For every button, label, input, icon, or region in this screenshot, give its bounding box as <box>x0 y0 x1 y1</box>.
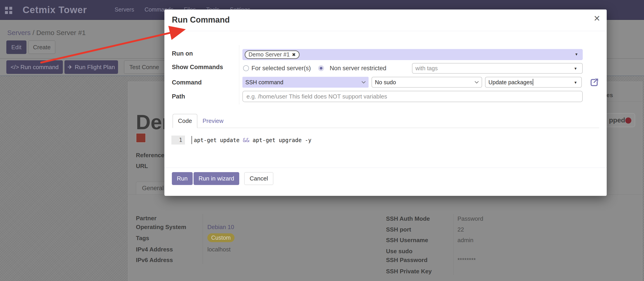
ssh-private-key-label: SSH Private Key <box>386 268 432 275</box>
select-chevron-icon <box>474 81 479 84</box>
open-record-external-link-icon[interactable] <box>590 78 599 87</box>
run-on-field[interactable]: Demo Server #1 ✖ ▼ <box>242 49 583 60</box>
show-commands-label: Show Commands <box>172 64 223 71</box>
code-icon: </> <box>11 64 19 71</box>
ssh-username-label: SSH Username <box>386 237 428 244</box>
status-stopped-dot <box>625 117 631 124</box>
code-operator: && <box>243 137 250 143</box>
ipv4-label: IPv4 Address <box>136 246 173 253</box>
plane-icon: ✈ <box>68 64 72 71</box>
menu-item-servers[interactable]: Servers <box>115 6 134 13</box>
run-command-label: Run command <box>20 64 58 71</box>
radio-for-selected-servers[interactable] <box>243 65 249 71</box>
modal-header-divider <box>164 31 607 31</box>
tags-filter-dropdown[interactable]: with tags ▼ <box>412 63 583 74</box>
use-sudo-label: Use sudo <box>386 248 412 255</box>
screen: Cetmix Tower Servers Commands Files Tool… <box>0 0 644 281</box>
tab-preview[interactable]: Preview <box>198 114 228 128</box>
tabs-underline <box>172 128 599 128</box>
radio-non-server-restricted[interactable] <box>318 65 324 71</box>
path-label: Path <box>172 93 185 100</box>
dropdown-caret-icon: ▼ <box>574 81 577 85</box>
ssh-password-label: SSH Password <box>386 257 428 264</box>
dropdown-caret-icon[interactable]: ▼ <box>574 52 578 56</box>
select-chevron-icon <box>361 81 366 84</box>
command-type-value: SSH command <box>245 79 283 86</box>
run-button[interactable]: Run <box>172 172 193 185</box>
sudo-value: No sudo <box>375 79 396 86</box>
editor-cursor <box>192 136 192 144</box>
server-tag-label: Demo Server #1 <box>248 51 290 58</box>
edit-button[interactable]: Edit <box>6 40 26 54</box>
left-column-divider <box>202 214 203 264</box>
server-tag-pill: Demo Server #1 ✖ <box>245 50 300 59</box>
create-button[interactable]: Create <box>28 40 56 54</box>
run-command-button[interactable]: </> Run command <box>6 60 63 74</box>
dropdown-caret-icon: ▼ <box>574 67 577 71</box>
ssh-password-value: ******** <box>458 257 476 264</box>
close-icon[interactable]: ✕ <box>594 14 600 22</box>
run-flight-plan-button[interactable]: ✈ Run Flight Plan <box>64 60 118 74</box>
app-brand[interactable]: Cetmix Tower <box>22 4 87 15</box>
tab-code[interactable]: Code <box>172 114 198 128</box>
url-label: URL <box>136 163 148 170</box>
status-text-truncated: pped <box>609 116 625 124</box>
ssh-auth-mode-label: SSH Auth Mode <box>386 215 430 222</box>
command-type-select[interactable]: SSH command <box>242 77 368 88</box>
breadcrumb-current: Demo Server #1 <box>36 29 86 36</box>
radio-non-server-restricted-label[interactable]: Non server restricted <box>330 65 386 72</box>
code-line[interactable]: apt-get update && apt-get upgrade -y <box>194 137 311 143</box>
code-text: apt-get update <box>194 137 243 143</box>
run-on-label: Run on <box>172 50 193 57</box>
tag-badge-label: Custom <box>207 233 234 242</box>
run-command-modal: Run Command ✕ Run on Demo Server #1 ✖ ▼ … <box>164 9 607 196</box>
smart-button-truncated[interactable]: es <box>606 92 613 99</box>
ssh-username-value: admin <box>458 237 474 244</box>
ipv6-label: IPv6 Address <box>136 257 173 264</box>
tag-remove-icon[interactable]: ✖ <box>292 52 296 57</box>
tags-filter-placeholder: with tags <box>416 65 438 72</box>
tags-label: Tags <box>136 235 149 242</box>
form-label-divider <box>239 45 239 104</box>
os-label: Operating System <box>136 224 186 231</box>
reference-label: Reference <box>136 152 164 159</box>
cancel-button[interactable]: Cancel <box>244 172 274 185</box>
text-cursor <box>533 79 533 86</box>
os-value-link[interactable]: Debian 10 <box>207 224 234 231</box>
sudo-select[interactable]: No sudo <box>372 77 482 88</box>
run-flight-plan-label: Run Flight Plan <box>75 64 115 71</box>
apps-grid-icon[interactable] <box>5 7 13 14</box>
ssh-port-label: SSH port <box>386 226 411 233</box>
partner-label: Partner <box>136 215 156 222</box>
code-text: apt-get upgrade -y <box>250 137 312 143</box>
run-in-wizard-button[interactable]: Run in wizard <box>194 172 239 185</box>
path-input[interactable] <box>242 91 583 102</box>
radio-for-selected-servers-label[interactable]: For selected server(s) <box>252 65 311 72</box>
breadcrumb: Servers / Demo Server #1 <box>7 29 86 37</box>
color-swatch[interactable] <box>136 133 146 143</box>
ssh-auth-mode-value: Password <box>458 215 483 222</box>
ipv4-value: localhost <box>207 246 231 253</box>
command-combobox[interactable]: Update packages ▼ <box>485 77 582 88</box>
modal-footer-divider <box>164 168 607 168</box>
breadcrumb-separator: / <box>32 29 34 36</box>
command-combobox-value: Update packages <box>488 79 532 86</box>
breadcrumb-servers-link[interactable]: Servers <box>7 29 30 36</box>
tag-badge[interactable]: Custom <box>207 233 234 242</box>
ssh-port-value: 22 <box>458 226 464 233</box>
modal-title: Run Command <box>172 15 230 25</box>
command-label: Command <box>172 79 202 86</box>
code-line-number: 1 <box>172 136 185 145</box>
